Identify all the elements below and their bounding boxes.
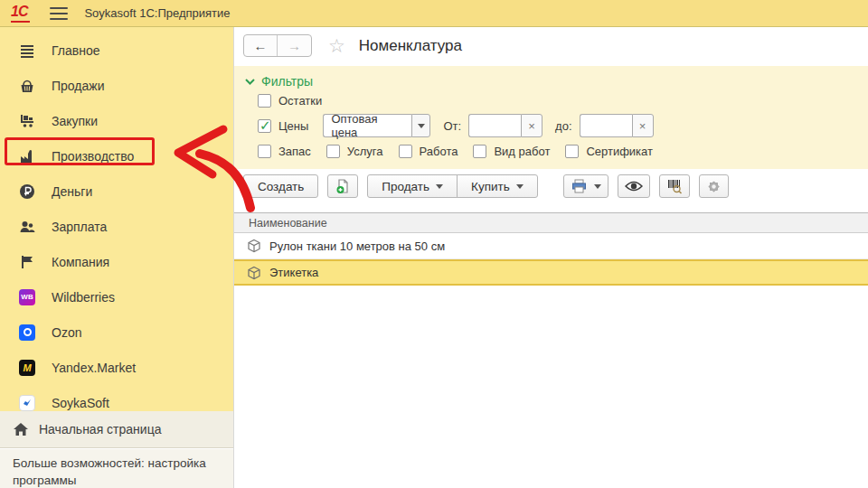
sidebar-item-label: SoykaSoft: [52, 396, 109, 410]
sidebar-item-money[interactable]: Деньги: [0, 174, 233, 209]
yandex-market-logo: M: [18, 359, 36, 377]
home-label: Начальная страница: [39, 422, 161, 436]
filters-label: Фильтры: [261, 74, 313, 89]
price-from-input[interactable]: [468, 114, 521, 137]
menu-lines-icon: [18, 42, 36, 60]
item-name: Рулон ткани 10 метров на 50 см: [269, 239, 445, 253]
create-button[interactable]: Создать: [243, 174, 318, 198]
sidebar-item-label: Продажи: [52, 79, 104, 93]
prices-checkbox[interactable]: [258, 119, 271, 133]
barcode-scanner-icon: [666, 178, 683, 194]
chevron-down-icon: [436, 184, 443, 189]
sertifikat-label: Сертификат: [586, 145, 653, 158]
prices-filter: Цены Оптовая цена От: × до: ×: [258, 114, 654, 137]
gear-icon: [706, 179, 722, 194]
sidebar-item-production[interactable]: Производство: [0, 138, 233, 174]
settings-button[interactable]: [699, 174, 729, 198]
sell-button[interactable]: Продать: [367, 174, 458, 198]
package-cube-icon: [247, 239, 261, 253]
sidebar-item-label: Wildberries: [52, 290, 115, 305]
column-header-name[interactable]: Наименование: [234, 212, 868, 233]
sidebar-item-label: Деньги: [52, 184, 92, 199]
people-icon: [18, 218, 36, 236]
forward-button[interactable]: →: [278, 35, 311, 56]
sidebar-item-main[interactable]: Главное: [0, 33, 233, 68]
sidebar-item-ozon[interactable]: Ozon: [0, 314, 233, 350]
price-from-group: ×: [468, 114, 542, 137]
create-group-button[interactable]: [327, 174, 358, 198]
back-button[interactable]: ←: [244, 35, 278, 56]
filters-toggle[interactable]: Фильтры: [245, 74, 313, 89]
1c-logo: 1С: [11, 4, 30, 23]
sidebar-item-label: Ozon: [52, 325, 81, 340]
titlebar: 1С Soykasoft 1С:Предприятие: [0, 0, 868, 27]
barcode-button[interactable]: [659, 174, 690, 198]
sidebar-item-label: Главное: [52, 43, 100, 58]
rabota-label: Работа: [420, 145, 458, 158]
history-nav: ← →: [243, 34, 312, 57]
main-panel: ← → ☆ Номенклатура Фильтры Остатки Цены …: [233, 27, 868, 488]
nomenclature-table: Наименование Рулон ткани 10 метров на 50…: [234, 212, 868, 286]
sidebar-item-label: Производство: [52, 149, 134, 164]
sidebar-item-wildberries[interactable]: WB Wildberries: [0, 279, 233, 314]
price-to-input[interactable]: [580, 114, 632, 137]
star-icon[interactable]: ☆: [328, 36, 345, 55]
chevron-down-icon: [516, 184, 524, 189]
vid-rabot-checkbox[interactable]: [473, 145, 486, 158]
table-row[interactable]: Рулон ткани 10 метров на 50 см: [234, 233, 868, 259]
cart-icon: [18, 112, 36, 130]
trade-button-group: Продать Купить: [367, 174, 537, 198]
ostatki-label: Остатки: [278, 94, 322, 108]
to-label: до:: [555, 119, 571, 133]
printer-icon: [571, 178, 588, 194]
flag-icon: [18, 253, 36, 271]
sidebar-item-purchases[interactable]: Закупки: [0, 103, 233, 138]
filter-panel: Фильтры Остатки Цены Оптовая цена От: × …: [234, 66, 868, 169]
usluga-label: Услуга: [347, 145, 383, 158]
sidebar: Главное Продажи Закупки Производство Ден…: [0, 27, 233, 411]
chevron-down-icon: [594, 184, 601, 189]
rabota-checkbox[interactable]: [399, 145, 412, 158]
price-type-combo: Оптовая цена: [323, 114, 430, 137]
chevron-down-icon: [245, 79, 255, 85]
nav-row: ← → ☆ Номенклатура: [243, 34, 462, 57]
type-filters: Запас Услуга Работа Вид работ Сертификат: [258, 145, 653, 158]
chevron-down-icon: [418, 124, 425, 128]
ostatki-checkbox[interactable]: [258, 94, 271, 108]
clear-icon[interactable]: ×: [632, 114, 654, 137]
soykasoft-logo: [18, 394, 36, 412]
clear-icon[interactable]: ×: [521, 114, 542, 137]
sidebar-item-home[interactable]: Начальная страница: [0, 411, 233, 448]
sidebar-item-label: Зарплата: [52, 220, 107, 234]
buy-button[interactable]: Купить: [457, 174, 538, 198]
price-type-value[interactable]: Оптовая цена: [323, 114, 411, 137]
sidebar-item-company[interactable]: Компания: [0, 244, 233, 279]
page-title: Номенклатура: [359, 37, 462, 55]
document-plus-icon: [335, 178, 351, 194]
table-row-selected[interactable]: Этикетка: [234, 259, 868, 286]
sidebar-item-yandex-market[interactable]: M Yandex.Market: [0, 350, 233, 385]
home-icon: [12, 420, 30, 438]
hamburger-icon[interactable]: [50, 7, 68, 20]
sidebar-item-sales[interactable]: Продажи: [0, 68, 233, 103]
price-type-dropdown-button[interactable]: [411, 114, 430, 137]
vid-rabot-label: Вид работ: [494, 145, 550, 158]
zapas-label: Запас: [278, 145, 311, 158]
app-title: Soykasoft 1С:Предприятие: [84, 6, 230, 20]
zapas-checkbox[interactable]: [258, 145, 271, 158]
eye-icon: [625, 180, 643, 192]
item-name: Этикетка: [269, 266, 318, 279]
price-to-group: ×: [580, 114, 654, 137]
sidebar-item-salary[interactable]: Зарплата: [0, 209, 233, 244]
ostatki-filter: Остатки: [258, 94, 322, 108]
usluga-checkbox[interactable]: [326, 145, 340, 158]
ruble-icon: [18, 183, 36, 201]
print-button[interactable]: [563, 174, 609, 198]
sertifikat-checkbox[interactable]: [565, 145, 579, 158]
view-button[interactable]: [618, 174, 650, 198]
sidebar-item-label: Компания: [52, 255, 109, 269]
toolbar: Создать Продать Купить: [243, 174, 729, 198]
basket-icon: [18, 77, 36, 95]
sidebar-item-label: Закупки: [52, 114, 98, 128]
package-cube-icon: [247, 266, 261, 280]
